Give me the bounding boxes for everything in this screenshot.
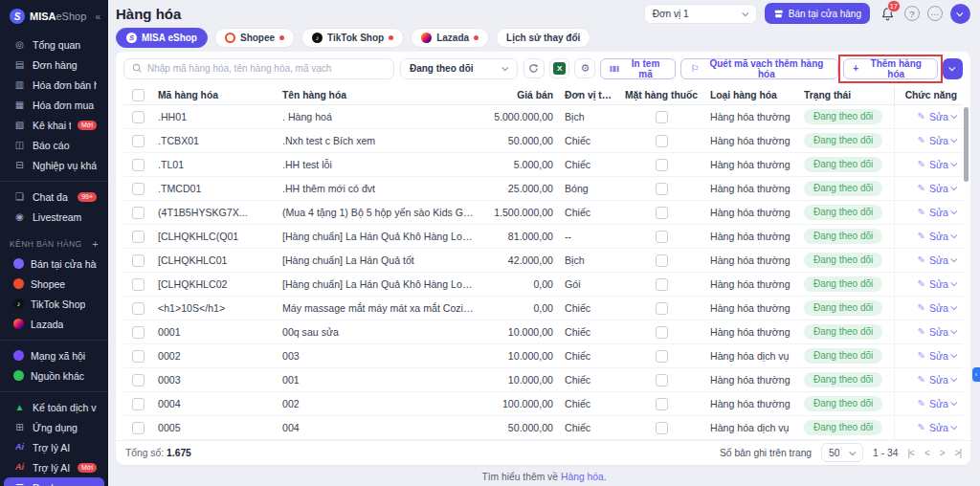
edit-button[interactable]: Sửa bbox=[929, 326, 948, 338]
row-checkbox[interactable] bbox=[132, 398, 145, 410]
sidebar-item-hoa-don-ban-hang[interactable]: ▥Hóa đơn bán hàng bbox=[4, 75, 104, 95]
add-product-dropdown-button[interactable] bbox=[943, 58, 963, 79]
chevron-down-icon[interactable] bbox=[950, 185, 957, 191]
search-input[interactable] bbox=[147, 63, 386, 74]
help-button[interactable]: ? bbox=[904, 6, 920, 21]
tab-tiktok-shop[interactable]: ♪TikTok Shop bbox=[301, 28, 404, 48]
sidebar-item-nghiep-vu-khac[interactable]: ⊟Nghiệp vụ khác bbox=[4, 155, 104, 175]
print-labels-button[interactable]: In tem mã bbox=[600, 58, 676, 79]
edit-button[interactable]: Sửa bbox=[929, 111, 948, 122]
notifications-button[interactable]: 17 bbox=[878, 4, 897, 23]
row-checkbox[interactable] bbox=[132, 159, 145, 171]
select-all-checkbox[interactable] bbox=[132, 89, 145, 101]
drug-item-checkbox[interactable] bbox=[656, 231, 668, 243]
sidebar-item-ke-khai-thue[interactable]: ▧Kê khai thuếMới bbox=[4, 115, 104, 135]
settings-button[interactable]: ⚙ bbox=[574, 58, 595, 78]
drug-item-checkbox[interactable] bbox=[656, 183, 668, 195]
tab-lazada[interactable]: Lazada bbox=[411, 28, 489, 48]
row-checkbox[interactable] bbox=[132, 278, 145, 291]
edit-button[interactable]: Sửa bbox=[929, 302, 948, 314]
row-checkbox[interactable] bbox=[132, 111, 145, 123]
sidebar-item-chat-da-kenh[interactable]: ❏Chat đa kênh99+ bbox=[4, 187, 104, 207]
chevron-down-icon[interactable] bbox=[950, 424, 957, 431]
chevron-down-icon[interactable] bbox=[950, 256, 957, 263]
row-checkbox[interactable] bbox=[132, 231, 145, 243]
prev-page-button[interactable]: < bbox=[924, 448, 929, 458]
store-sell-button[interactable]: Bán tại cửa hàng bbox=[765, 3, 870, 24]
chevron-down-icon[interactable] bbox=[950, 113, 957, 120]
row-checkbox[interactable] bbox=[132, 374, 145, 387]
sidebar-item-tiktok-shop[interactable]: ♪TikTok Shop bbox=[4, 294, 104, 314]
export-excel-button[interactable]: X bbox=[549, 58, 570, 78]
per-page-select[interactable]: 50 bbox=[821, 443, 863, 462]
chevron-down-icon[interactable] bbox=[950, 280, 957, 287]
drug-item-checkbox[interactable] bbox=[656, 111, 668, 123]
row-checkbox[interactable] bbox=[132, 302, 145, 315]
user-avatar[interactable] bbox=[950, 4, 970, 24]
edit-button[interactable]: Sửa bbox=[929, 254, 948, 266]
table-scrollbar-thumb[interactable] bbox=[964, 107, 969, 182]
sidebar-item-don-hang[interactable]: ▤Đơn hàng bbox=[4, 55, 104, 75]
row-checkbox[interactable] bbox=[132, 183, 145, 195]
sidebar-item-danh-muc[interactable]: ☰Danh mục bbox=[4, 477, 104, 486]
edit-button[interactable]: Sửa bbox=[929, 159, 948, 170]
chevron-down-icon[interactable] bbox=[950, 376, 957, 383]
tab-shopee[interactable]: Shopee bbox=[214, 28, 295, 48]
sidebar-item-tro-ly-ai-2[interactable]: AiTrợ lý AIMới bbox=[4, 457, 104, 477]
learn-more-link[interactable]: Hàng hóa. bbox=[561, 472, 607, 482]
tab-misa-eshop[interactable]: SMISA eShop bbox=[116, 28, 208, 48]
drug-item-checkbox[interactable] bbox=[656, 278, 668, 291]
sidebar-item-bao-cao[interactable]: ◫Báo cáo bbox=[4, 135, 104, 155]
chevron-down-icon[interactable] bbox=[950, 304, 957, 311]
last-page-button[interactable]: >| bbox=[955, 448, 961, 458]
sidebar-collapse-icon[interactable]: « bbox=[95, 11, 100, 22]
add-product-button[interactable]: + Thêm hàng hóa bbox=[843, 58, 938, 79]
edit-button[interactable]: Sửa bbox=[929, 135, 948, 146]
refresh-button[interactable] bbox=[523, 58, 545, 78]
sidebar-item-nguon-khac[interactable]: Nguồn khác bbox=[4, 365, 104, 386]
status-filter-select[interactable]: Đang theo dõi bbox=[400, 58, 518, 79]
row-checkbox[interactable] bbox=[132, 135, 145, 147]
drug-item-checkbox[interactable] bbox=[656, 254, 668, 267]
edit-button[interactable]: Sửa bbox=[929, 278, 948, 290]
sidebar-item-ke-toan-dich-vu[interactable]: ▲Kế toán dịch vụ bbox=[4, 397, 104, 417]
add-channel-icon[interactable]: + bbox=[92, 238, 99, 250]
sidebar-item-ban-tai-cua-hang[interactable]: Bán tại cửa hàng bbox=[4, 254, 104, 274]
sidebar-item-hoa-don-mua-hang[interactable]: ▦Hóa đơn mua hàng bbox=[4, 95, 104, 115]
sidebar-item-shopee[interactable]: Shopee bbox=[4, 274, 104, 294]
sidebar-item-tro-ly-ai[interactable]: AiTrợ lý AI bbox=[4, 437, 104, 457]
chevron-down-icon[interactable] bbox=[950, 352, 957, 359]
row-checkbox[interactable] bbox=[132, 422, 145, 434]
edit-button[interactable]: Sửa bbox=[929, 422, 948, 433]
barcode-scan-add-button[interactable]: ⚐ Quét mã vạch thêm hàng hóa bbox=[680, 58, 838, 79]
row-checkbox[interactable] bbox=[132, 254, 145, 267]
sidebar-item-mang-xa-hoi[interactable]: Mạng xã hội bbox=[4, 345, 104, 365]
next-page-button[interactable]: > bbox=[940, 448, 945, 458]
drug-item-checkbox[interactable] bbox=[656, 326, 668, 339]
tab-lich-su-thay-doi[interactable]: Lịch sử thay đổi bbox=[496, 28, 590, 48]
sidebar-item-livestream[interactable]: ◉Livestream bbox=[4, 207, 104, 227]
drug-item-checkbox[interactable] bbox=[656, 135, 668, 147]
edit-button[interactable]: Sửa bbox=[929, 398, 948, 409]
drug-item-checkbox[interactable] bbox=[656, 159, 668, 171]
chevron-down-icon[interactable] bbox=[950, 137, 957, 144]
sidebar-item-lazada[interactable]: Lazada bbox=[4, 314, 104, 334]
edit-button[interactable]: Sửa bbox=[929, 207, 948, 218]
edit-button[interactable]: Sửa bbox=[929, 231, 948, 242]
first-page-button[interactable]: |< bbox=[907, 448, 913, 458]
row-checkbox[interactable] bbox=[132, 350, 145, 363]
drug-item-checkbox[interactable] bbox=[656, 398, 668, 410]
drug-item-checkbox[interactable] bbox=[656, 207, 668, 219]
edit-button[interactable]: Sửa bbox=[929, 183, 948, 194]
unit-select[interactable]: Đơn vị 1 bbox=[644, 4, 757, 24]
sidebar-item-ung-dung[interactable]: ⊞Ứng dụng bbox=[4, 417, 104, 437]
edit-button[interactable]: Sửa bbox=[929, 374, 948, 386]
chevron-down-icon[interactable] bbox=[950, 161, 957, 167]
drug-item-checkbox[interactable] bbox=[656, 302, 668, 315]
panel-toggle-handle[interactable]: ‹ bbox=[972, 367, 980, 382]
sidebar-item-tong-quan[interactable]: ◎Tổng quan bbox=[4, 34, 104, 55]
drug-item-checkbox[interactable] bbox=[656, 374, 668, 387]
chevron-down-icon[interactable] bbox=[950, 209, 957, 215]
chevron-down-icon[interactable] bbox=[950, 400, 957, 407]
drug-item-checkbox[interactable] bbox=[656, 350, 668, 363]
